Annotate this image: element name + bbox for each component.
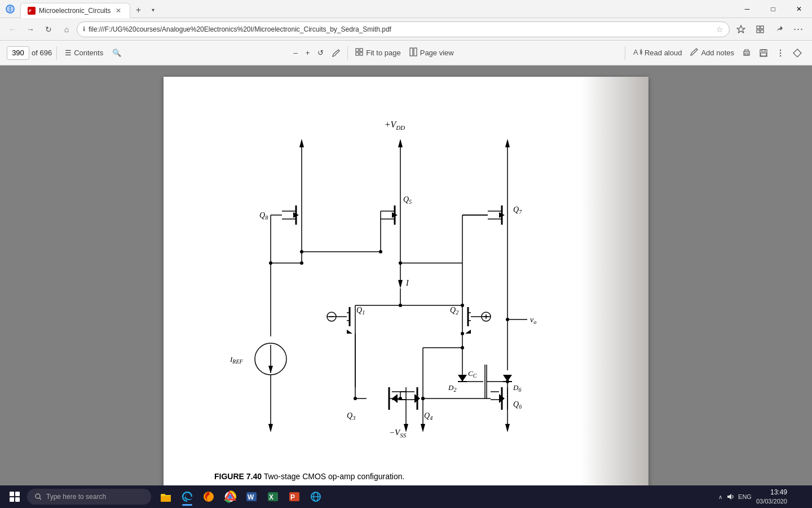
- active-tab[interactable]: P Microelectronic_Circuits ✕: [20, 3, 130, 18]
- close-button[interactable]: ✕: [786, 0, 812, 18]
- tab-bar: P Microelectronic_Circuits ✕ + ▾: [20, 0, 734, 18]
- svg-text:D2: D2: [448, 383, 456, 393]
- taskbar-chrome[interactable]: [220, 487, 240, 507]
- ask-icon: [793, 49, 802, 58]
- back-button[interactable]: ←: [5, 21, 20, 37]
- window-controls: ─ □ ✕: [734, 0, 812, 18]
- tab-close-button[interactable]: ✕: [114, 6, 123, 15]
- taskbar: Type here to search: [0, 485, 812, 508]
- save-button[interactable]: [756, 45, 771, 62]
- pdf-toolbar: of 696 ☰ Contents 🔍 – + ↺ Fit to page Pa…: [0, 41, 812, 65]
- search-placeholder: Type here to search: [46, 493, 106, 501]
- svg-text:+VDD: +VDD: [385, 120, 405, 131]
- svg-text:Q6: Q6: [513, 400, 522, 410]
- taskbar-right: ∧ ENG 13:49 03/03/2020: [718, 487, 807, 507]
- zoom-in-button[interactable]: +: [302, 45, 314, 62]
- maximize-button[interactable]: □: [760, 0, 786, 18]
- rotate-button[interactable]: ↺: [314, 45, 327, 62]
- svg-rect-8: [761, 30, 764, 33]
- title-bar: P Microelectronic_Circuits ✕ + ▾ ─ □ ✕: [0, 0, 812, 18]
- svg-point-156: [300, 261, 303, 265]
- page-number-input[interactable]: [7, 46, 29, 60]
- svg-point-159: [36, 494, 40, 498]
- rotate-icon: ↺: [317, 49, 324, 57]
- svg-text:A: A: [633, 48, 638, 56]
- more-tools-button[interactable]: [773, 45, 788, 62]
- svg-rect-7: [757, 30, 760, 33]
- volume-icon[interactable]: [726, 492, 735, 501]
- circuit-diagram: +VDD: [214, 111, 598, 461]
- show-desktop-button[interactable]: [792, 487, 807, 507]
- share-button[interactable]: [770, 20, 788, 38]
- svg-text:−VSS: −VSS: [389, 428, 407, 438]
- svg-rect-14: [414, 48, 417, 56]
- taskbar-file-explorer[interactable]: [156, 487, 176, 507]
- contents-button[interactable]: ☰ Contents: [61, 45, 107, 62]
- fit-to-page-button[interactable]: Fit to page: [351, 45, 404, 62]
- forward-button[interactable]: →: [23, 21, 38, 37]
- chevron-up-icon[interactable]: ∧: [718, 494, 722, 500]
- taskbar-firefox[interactable]: [198, 487, 219, 507]
- svg-point-23: [780, 55, 781, 56]
- figure-description: Two-stage CMOS op-amp configuration.: [262, 472, 404, 481]
- chrome-icon: [224, 491, 236, 503]
- contents-icon: ☰: [65, 49, 72, 57]
- add-notes-button[interactable]: Add notes: [686, 45, 738, 62]
- page-info: of 696: [7, 46, 52, 60]
- pdf-toolbar-center: – + ↺ Fit to page Page view: [127, 45, 620, 62]
- taskbar-word[interactable]: W: [241, 487, 262, 507]
- draw-icon: [332, 49, 341, 58]
- svg-text:P: P: [290, 493, 295, 501]
- language-indicator: ENG: [738, 493, 752, 500]
- print-button[interactable]: [739, 45, 754, 62]
- svg-rect-6: [761, 26, 764, 29]
- zoom-out-button[interactable]: –: [290, 45, 301, 62]
- svg-point-93: [399, 261, 402, 265]
- start-button[interactable]: [5, 487, 25, 507]
- edge-icon: [181, 491, 193, 503]
- favorites-button[interactable]: [732, 20, 750, 38]
- svg-rect-10: [360, 49, 363, 51]
- more-tools-icon: [776, 49, 785, 58]
- browser-icon: [5, 3, 16, 15]
- home-button[interactable]: ⌂: [59, 21, 74, 37]
- page-view-button[interactable]: Page view: [405, 45, 457, 62]
- svg-marker-154: [268, 424, 273, 432]
- divider-1: [56, 46, 57, 60]
- taskbar-edge[interactable]: [177, 487, 197, 507]
- tab-list-button[interactable]: ▾: [146, 2, 160, 18]
- page-total: of 696: [32, 49, 52, 57]
- address-bar: ← → ↻ ⌂ ℹ file:///F:/UG%20courses/Analog…: [0, 18, 812, 41]
- read-aloud-icon: A: [633, 47, 642, 58]
- new-tab-button[interactable]: +: [130, 2, 146, 18]
- clock-time: 13:49: [756, 488, 787, 497]
- svg-rect-11: [356, 52, 359, 55]
- svg-line-160: [39, 498, 41, 500]
- svg-point-21: [780, 49, 781, 50]
- taskbar-ie[interactable]: [306, 487, 326, 507]
- ask-copilot-button[interactable]: [789, 45, 805, 62]
- taskbar-excel[interactable]: X: [263, 487, 283, 507]
- refresh-button[interactable]: ↻: [41, 21, 56, 37]
- minimize-button[interactable]: ─: [734, 0, 760, 18]
- svg-marker-28: [398, 139, 403, 147]
- pdf-content-area: +VDD: [0, 65, 812, 485]
- taskbar-clock[interactable]: 13:49 03/03/2020: [756, 488, 787, 506]
- draw-button[interactable]: [328, 45, 344, 62]
- bookmark-button[interactable]: ☆: [716, 25, 723, 34]
- windows-icon: [10, 492, 20, 502]
- fit-icon: [355, 47, 364, 58]
- search-button[interactable]: 🔍: [109, 45, 125, 62]
- svg-text:Q2: Q2: [450, 306, 458, 316]
- read-aloud-button[interactable]: A Read aloud: [630, 45, 686, 62]
- browser-toolbar-right: ···: [732, 20, 807, 38]
- svg-marker-142: [404, 424, 408, 432]
- search-icon: [35, 493, 42, 500]
- address-box[interactable]: ℹ file:///F:/UG%20courses/Analogue%20Ele…: [77, 21, 730, 37]
- taskbar-powerpoint[interactable]: P: [284, 487, 304, 507]
- svg-text:Q5: Q5: [403, 195, 412, 205]
- pdf-toolbar-right: A Read aloud Add notes: [630, 45, 805, 62]
- collections-button[interactable]: [751, 20, 769, 38]
- taskbar-search-box[interactable]: Type here to search: [27, 489, 151, 505]
- more-button[interactable]: ···: [789, 20, 807, 38]
